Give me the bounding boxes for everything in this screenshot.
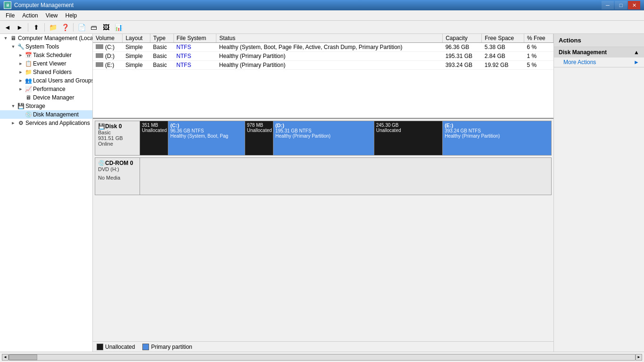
- disk0-part3[interactable]: 245.30 GB Unallocated: [374, 121, 443, 155]
- sidebar-item-shared-folders[interactable]: ► 📁 Shared Folders: [0, 68, 92, 76]
- more-actions-arrow: ►: [634, 59, 639, 66]
- col-filesystem[interactable]: File System: [173, 34, 216, 43]
- system-tools-icon: 🔧: [17, 43, 25, 50]
- restore-button[interactable]: □: [615, 1, 627, 9]
- expand-device-icon: [17, 95, 25, 100]
- actions-section-disk: Disk Management ▲ More Actions ►: [554, 47, 644, 67]
- menu-action[interactable]: Action: [18, 11, 41, 20]
- partE-drive: (E:): [445, 123, 549, 128]
- toolbar-divider-2: [44, 23, 45, 32]
- partD-drive: (D:): [275, 123, 372, 128]
- col-pctfree[interactable]: % Free: [524, 34, 553, 43]
- minimize-button[interactable]: ─: [602, 1, 614, 9]
- toolbar-btn6[interactable]: 🖼: [100, 22, 112, 33]
- more-actions-label: More Actions: [563, 59, 596, 66]
- col-type[interactable]: Type: [150, 34, 174, 43]
- sidebar-item-device-manager[interactable]: 🖥 Device Manager: [0, 93, 92, 102]
- sidebar-item-local-users[interactable]: ► 👥 Local Users and Groups: [0, 76, 92, 85]
- disk0-info: 💾Disk 0 Basic 931.51 GB Online: [95, 121, 140, 155]
- cell-layout: Simple: [123, 43, 150, 52]
- sidebar-item-performance[interactable]: ► 📈 Performance: [0, 85, 92, 93]
- col-freespace[interactable]: Free Space: [482, 34, 524, 43]
- collapse-icon: ▲: [634, 49, 639, 56]
- toolbar-btn7[interactable]: 📊: [113, 22, 124, 33]
- expand-task-icon: ►: [17, 53, 25, 58]
- col-volume[interactable]: Volume: [93, 34, 123, 43]
- cdrom0-status: No Media: [98, 175, 137, 181]
- cell-freespace: 2.84 GB: [482, 52, 524, 61]
- toolbar-show-hide[interactable]: 📁: [47, 22, 58, 33]
- toolbar-back[interactable]: ◄: [2, 22, 13, 33]
- disk0-part-c[interactable]: (C:) 96.36 GB NTFS Healthy (System, Boot…: [168, 121, 245, 155]
- partC-size: 96.36 GB NTFS: [170, 128, 243, 133]
- expand-storage-icon: ▼: [9, 104, 17, 108]
- cdrom0-name: 💿CD-ROM 0: [98, 160, 137, 166]
- sidebar-item-system-tools[interactable]: ▼ 🔧 System Tools: [0, 42, 92, 51]
- close-button[interactable]: ✕: [628, 1, 640, 9]
- cell-layout: Simple: [123, 52, 150, 61]
- cdrom0-block: 💿CD-ROM 0 DVD (H:) No Media: [95, 157, 552, 195]
- cell-filesystem: NTFS: [173, 61, 216, 70]
- scroll-right-btn[interactable]: ►: [636, 354, 642, 361]
- sidebar-item-root[interactable]: ▼ 🖥 Computer Management (Local: [0, 34, 92, 42]
- table-row[interactable]: (E:) Simple Basic NTFS Healthy (Primary …: [93, 61, 553, 70]
- cell-capacity: 195.31 GB: [443, 52, 482, 61]
- sidebar-item-task-scheduler[interactable]: ► 📅 Task Scheduler: [0, 51, 92, 59]
- toolbar-btn5[interactable]: 🗃: [88, 22, 99, 33]
- expand-icon: ▼: [2, 36, 9, 41]
- status-scrollbar[interactable]: [8, 354, 636, 361]
- part1-size: 351 MB: [142, 123, 166, 128]
- menu-view[interactable]: View: [42, 11, 62, 20]
- sidebar-perf-label: Performance: [33, 86, 66, 92]
- toolbar-btn4[interactable]: 📄: [76, 22, 87, 33]
- window-controls: ─ □ ✕: [602, 1, 640, 9]
- cell-type: Basic: [150, 43, 174, 52]
- disk0-part-e[interactable]: (E:) 393.24 GB NTFS Healthy (Primary Par…: [443, 121, 551, 155]
- disk0-size: 931.51 GB: [98, 135, 137, 141]
- sidebar-item-disk-management[interactable]: 💿 Disk Management: [0, 110, 92, 119]
- menu-file[interactable]: File: [2, 11, 18, 20]
- cell-status: Healthy (Primary Partition): [216, 52, 443, 61]
- sidebar-device-label: Device Manager: [33, 94, 74, 101]
- disk-table: Volume Layout Type File System Status Ca…: [93, 34, 553, 70]
- col-layout[interactable]: Layout: [123, 34, 150, 43]
- sidebar-item-event-viewer[interactable]: ► 📋 Event Viewer: [0, 59, 92, 68]
- actions-panel: Actions Disk Management ▲ More Actions ►: [553, 34, 644, 352]
- legend-unallocated: Unallocated: [97, 344, 135, 350]
- cell-volume: (C:): [93, 43, 123, 52]
- legend-primary-box: [142, 344, 149, 350]
- toolbar-up[interactable]: ⬆: [31, 22, 42, 33]
- actions-more-link[interactable]: More Actions ►: [554, 58, 644, 67]
- scroll-left-btn[interactable]: ◄: [2, 354, 8, 361]
- actions-disk-mgmt-header[interactable]: Disk Management ▲: [554, 47, 644, 58]
- disk0-part-d[interactable]: (D:) 195.31 GB NTFS Healthy (Primary Par…: [273, 121, 374, 155]
- cell-freespace: 19.92 GB: [482, 61, 524, 70]
- expand-users-icon: ►: [17, 78, 25, 83]
- legend-unalloc-box: [97, 344, 103, 350]
- cell-type: Basic: [150, 61, 174, 70]
- table-row[interactable]: (D:) Simple Basic NTFS Healthy (Primary …: [93, 52, 553, 61]
- disk-table-area: Volume Layout Type File System Status Ca…: [93, 34, 553, 119]
- disk-mgmt-icon: 💿: [25, 111, 32, 118]
- toolbar-forward[interactable]: ►: [14, 22, 25, 33]
- menu-bar: File Action View Help: [0, 10, 644, 21]
- app-icon: 🖥: [4, 1, 11, 9]
- toolbar-help[interactable]: ❓: [59, 22, 71, 33]
- table-row[interactable]: (C:) Simple Basic NTFS Healthy (System, …: [93, 43, 553, 52]
- disk0-part2[interactable]: 978 MB Unallocated: [245, 121, 273, 155]
- cell-pctfree: 1 %: [524, 52, 553, 61]
- sidebar-item-services[interactable]: ► ⚙ Services and Applications: [0, 119, 92, 127]
- disk0-status: Online: [98, 141, 137, 147]
- sidebar-task-label: Task Scheduler: [33, 52, 72, 58]
- sidebar-item-storage[interactable]: ▼ 💾 Storage: [0, 102, 92, 110]
- disk0-name: 💾Disk 0: [98, 123, 137, 130]
- actions-header: Actions: [554, 34, 644, 47]
- window-title: Computer Management: [14, 2, 74, 8]
- expand-services-icon: ►: [9, 121, 17, 125]
- col-capacity[interactable]: Capacity: [443, 34, 482, 43]
- menu-help[interactable]: Help: [62, 11, 81, 20]
- partC-desc: Healthy (System, Boot, Pag: [170, 133, 243, 139]
- col-status[interactable]: Status: [216, 34, 443, 43]
- event-viewer-icon: 📋: [25, 60, 32, 67]
- disk0-part1[interactable]: 351 MB Unallocated: [140, 121, 168, 155]
